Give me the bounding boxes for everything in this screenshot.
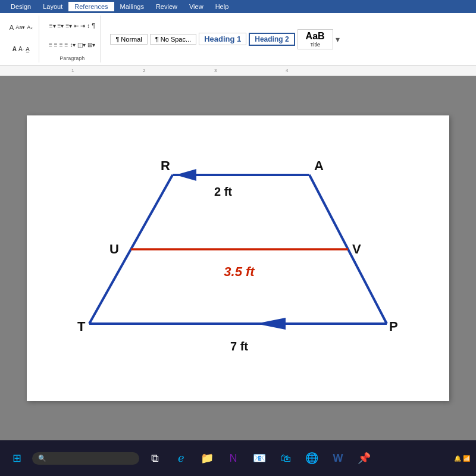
taskbar-time: 🔔 📶: [454, 455, 470, 462]
increase-indent[interactable]: ⇥: [80, 23, 85, 29]
justify[interactable]: ≡: [65, 42, 68, 48]
font-group: A Aa▾ Aₓ A A· A̲: [4, 15, 39, 62]
styles-expand-icon: ▾: [336, 35, 340, 44]
ruler-mark-3: 3: [214, 68, 217, 73]
start-button[interactable]: ⊞: [6, 447, 27, 469]
font-row1: A Aa▾ Aₓ: [10, 17, 33, 39]
style-heading1[interactable]: Heading 1: [199, 33, 246, 45]
store-button[interactable]: 🛍: [275, 447, 296, 469]
middle-measurement: 3.5 ft: [224, 264, 255, 279]
store-icon: 🛍: [280, 452, 291, 465]
pilcrow-button[interactable]: ¶: [92, 23, 95, 29]
para-row1: ≡▾ ≡▾ ≡▾ ⇤ ⇥ ↕ ¶: [49, 17, 95, 36]
taskbar: ⊞ 🔍 ⧉ ℯ 📁 N 📧 🛍 🌐 W 📌 🔔 📶: [0, 440, 476, 476]
chrome-button[interactable]: 🌐: [301, 447, 322, 469]
border-button[interactable]: ⊞▾: [87, 42, 95, 48]
outlook-button[interactable]: 📧: [249, 447, 270, 469]
paragraph-group-label: Paragraph: [60, 54, 84, 61]
style-heading1-label: Heading 1: [204, 35, 241, 43]
multilevel-button[interactable]: ≡▾: [65, 23, 72, 29]
font-color-button[interactable]: A·: [18, 46, 24, 52]
font-size-a-small[interactable]: Aa▾: [15, 24, 25, 30]
styles-expand-button[interactable]: ▾: [336, 35, 340, 44]
label-R: R: [161, 158, 170, 173]
word-icon: W: [333, 452, 343, 465]
paragraph-group: ≡▾ ≡▾ ≡▾ ⇤ ⇥ ↕ ¶ ≡ ≡ ≡ ≡ ↕▾ ◫▾ ⊞▾ Paragr…: [44, 15, 101, 62]
ruler-mark-2: 2: [143, 68, 145, 73]
bold-button[interactable]: A: [12, 46, 17, 52]
bullets-button[interactable]: ≡▾: [49, 23, 56, 29]
ruler-mark-4: 4: [286, 68, 288, 73]
align-left[interactable]: ≡: [49, 42, 52, 48]
tab-view[interactable]: View: [183, 2, 209, 11]
style-heading2[interactable]: Heading 2: [249, 33, 295, 46]
task-view-button[interactable]: ⧉: [144, 447, 165, 469]
explorer-button[interactable]: 📁: [196, 447, 218, 469]
para-row2: ≡ ≡ ≡ ≡ ↕▾ ◫▾ ⊞▾: [49, 36, 95, 55]
sticky-button[interactable]: 📌: [353, 447, 375, 469]
font-clear[interactable]: Aₓ: [27, 24, 33, 30]
style-normal-label: ¶ Normal: [115, 36, 142, 43]
onenote-icon: N: [230, 452, 237, 465]
tab-help[interactable]: Help: [209, 2, 235, 11]
numbering-button[interactable]: ≡▾: [58, 23, 64, 29]
highlight-button[interactable]: A̲: [26, 46, 30, 52]
line-spacing[interactable]: ↕▾: [70, 42, 76, 48]
label-V: V: [352, 242, 361, 256]
search-bar[interactable]: 🔍: [32, 452, 139, 465]
windows-icon: ⊞: [12, 452, 21, 465]
style-nospace-label: ¶ No Spac...: [155, 36, 191, 43]
sort-button[interactable]: ↕: [87, 23, 90, 29]
top-arrow: [176, 169, 196, 181]
task-view-icon: ⧉: [151, 452, 159, 465]
bottom-measurement: 7 ft: [230, 340, 248, 353]
onenote-button[interactable]: N: [223, 447, 244, 469]
font-size-a-large[interactable]: A: [10, 24, 14, 31]
decrease-indent[interactable]: ⇤: [74, 23, 79, 29]
top-measurement: 2 ft: [214, 185, 232, 198]
sticky-icon: 📌: [358, 452, 371, 465]
ribbon: Design Layout References Mailings Review…: [0, 0, 476, 65]
style-title[interactable]: AaB Title: [298, 29, 333, 49]
style-title-big-label: AaB: [303, 31, 328, 42]
style-nospace[interactable]: ¶ No Spac...: [150, 34, 196, 45]
font-row2: A A· A̲: [12, 39, 30, 61]
explorer-icon: 📁: [201, 452, 214, 465]
document-page: R A T P U V 2 ft 3.5 ft 7 ft: [27, 115, 449, 401]
taskbar-right: 🔔 📶: [454, 455, 470, 462]
tab-review[interactable]: Review: [150, 2, 183, 11]
style-title-small-label: Title: [303, 42, 328, 48]
style-normal[interactable]: ¶ Normal: [110, 34, 147, 45]
label-U: U: [109, 242, 119, 256]
outlook-icon: 📧: [253, 452, 266, 465]
ribbon-tabs: Design Layout References Mailings Review…: [0, 0, 476, 13]
shading-button[interactable]: ◫▾: [77, 42, 86, 48]
styles-group: ¶ Normal ¶ No Spac... Heading 1 Heading …: [105, 15, 472, 62]
ruler-mark-1: 1: [71, 68, 74, 73]
document-area: R A T P U V 2 ft 3.5 ft 7 ft: [0, 76, 476, 440]
word-button[interactable]: W: [327, 447, 349, 469]
bottom-arrow: [256, 318, 286, 330]
style-heading2-label: Heading 2: [255, 35, 289, 43]
ribbon-content: A Aa▾ Aₓ A A· A̲ ≡▾ ≡▾ ≡▾ ⇤ ⇥ ↕ ¶: [0, 13, 476, 65]
ruler: 1 2 3 4: [0, 65, 476, 76]
label-T: T: [77, 319, 86, 334]
edge-button[interactable]: ℯ: [170, 447, 192, 469]
tab-layout[interactable]: Layout: [37, 2, 68, 11]
search-icon: 🔍: [38, 455, 46, 462]
tab-references[interactable]: References: [68, 2, 114, 11]
chrome-icon: 🌐: [305, 452, 318, 465]
align-right[interactable]: ≡: [60, 42, 63, 48]
trapezoid-diagram: R A T P U V 2 ft 3.5 ft 7 ft: [71, 139, 405, 377]
diagram-container: R A T P U V 2 ft 3.5 ft 7 ft: [71, 139, 405, 377]
label-A: A: [314, 158, 324, 173]
edge-icon: ℯ: [178, 452, 184, 465]
label-P: P: [389, 319, 398, 334]
tab-design[interactable]: Design: [5, 2, 37, 11]
tab-mailings[interactable]: Mailings: [114, 2, 150, 11]
align-center[interactable]: ≡: [54, 42, 58, 48]
